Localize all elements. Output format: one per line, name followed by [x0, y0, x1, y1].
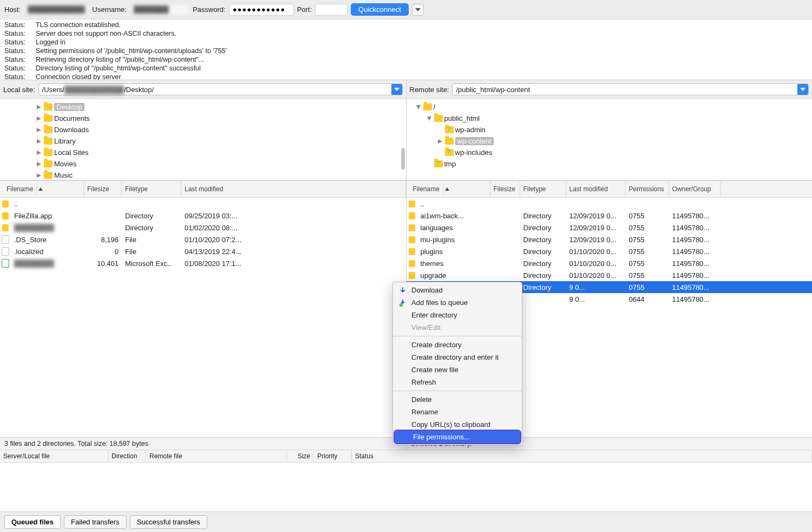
svg-marker-3 [37, 128, 41, 132]
log-message: Setting permissions of '/public_html/wp-… [36, 47, 227, 55]
svg-marker-10 [427, 116, 431, 121]
tree-item[interactable]: Library [3, 135, 403, 147]
file-row[interactable]: upgradeDirectory01/10/2020 0...075511495… [407, 269, 813, 281]
folder-icon [44, 103, 53, 111]
tree-item[interactable]: Documents [3, 113, 403, 124]
menu-item[interactable]: Create directory and enter it [393, 351, 522, 364]
disclosure-triangle-icon[interactable] [415, 104, 422, 111]
tree-label: wp-includes [455, 148, 493, 157]
menu-label: Create directory [411, 341, 461, 349]
tree-item[interactable]: Downloads [3, 124, 403, 135]
folder-icon [409, 272, 415, 279]
file-row[interactable]: languagesDirectory12/09/2019 0...0755114… [407, 222, 813, 233]
tree-item[interactable]: wp-admin [410, 124, 809, 135]
file-row[interactable]: mu-pluginsDirectory12/09/2019 0...075511… [407, 233, 813, 245]
file-icon [2, 259, 9, 268]
tree-label: wp-admin [455, 126, 486, 134]
menu-item[interactable]: Add files to queue [393, 296, 522, 309]
queue-column-header[interactable]: Server/Local file Direction Remote file … [0, 450, 812, 463]
disclosure-triangle-icon[interactable] [36, 150, 42, 156]
folder-icon [434, 115, 443, 122]
tree-label: public_html [444, 114, 480, 122]
local-status: 3 files and 2 directories. Total size: 1… [0, 437, 406, 450]
file-row[interactable]: .. [0, 198, 406, 210]
remote-column-header[interactable]: Filename Filesize Filetype Last modified… [407, 180, 813, 198]
tree-item[interactable]: / [410, 101, 809, 113]
log-key: Status: [4, 47, 36, 55]
tree-item[interactable]: Local Sites [3, 147, 403, 158]
log-key: Status: [4, 29, 36, 38]
file-row[interactable]: themesDirectory01/10/2020 0...0755114957… [407, 257, 813, 269]
username-label: Username: [92, 5, 127, 14]
quickconnect-dropdown[interactable] [412, 4, 424, 16]
unknown-folder-icon [445, 126, 454, 133]
app-window: Host: Username: Password: Port: Quickcon… [0, 0, 812, 532]
disclosure-triangle-icon[interactable] [36, 172, 42, 179]
local-column-header[interactable]: Filename Filesize Filetype Last modified [0, 180, 406, 198]
username-input[interactable] [130, 4, 189, 16]
menu-item[interactable]: File permissions... [395, 431, 520, 443]
file-row[interactable]: pluginsDirectory01/10/2020 0...075511495… [407, 245, 813, 257]
scrollbar-thumb[interactable] [401, 148, 405, 170]
tree-item[interactable]: tmp [410, 158, 809, 170]
chevron-down-icon[interactable] [797, 84, 808, 95]
log-key: Status: [4, 38, 36, 47]
unknown-folder-icon [434, 160, 443, 167]
tree-item[interactable]: wp-content [410, 135, 809, 147]
disclosure-triangle-icon[interactable] [36, 138, 42, 145]
status-log: Status:TLS connection established.Status… [0, 20, 812, 80]
folder-icon [445, 138, 454, 145]
tree-item[interactable]: Movies [3, 158, 403, 170]
remote-site-label: Remote site: [410, 86, 449, 94]
tree-label: Movies [54, 160, 76, 168]
menu-item[interactable]: Create directory [393, 339, 522, 351]
log-message: Connection closed by server [36, 73, 121, 80]
menu-item[interactable]: Download [393, 284, 522, 296]
menu-item[interactable]: Rename [393, 406, 522, 418]
menu-item[interactable]: Refresh [393, 376, 522, 388]
file-row[interactable]: ai1wm-back...Directory12/09/2019 0...075… [407, 210, 813, 222]
svg-marker-6 [37, 162, 41, 166]
tab-successful-transfers[interactable]: Successful transfers [130, 515, 207, 529]
host-label: Host: [4, 5, 21, 14]
sort-asc-icon [38, 187, 43, 191]
tree-item[interactable]: public_html [410, 113, 809, 124]
file-row[interactable]: ████████Directory01/02/2020 08:... [0, 222, 406, 233]
port-input[interactable] [315, 4, 348, 16]
tree-label: Documents [54, 114, 90, 122]
disclosure-triangle-icon[interactable] [36, 127, 42, 133]
file-row[interactable]: .localized0File04/13/2019 22:4... [0, 245, 406, 257]
disclosure-triangle-icon[interactable] [426, 115, 433, 122]
menu-label: Create new file [411, 366, 459, 374]
file-row[interactable]: .DS_Store8,196File01/10/2020 07:2... [0, 233, 406, 245]
log-message: Server does not support non-ASCII charac… [36, 29, 176, 38]
menu-item[interactable]: Delete [393, 393, 522, 406]
tree-item[interactable]: wp-includes [410, 147, 809, 158]
tab-queued-files[interactable]: Queued files [4, 515, 61, 529]
tree-item[interactable]: Desktop [3, 101, 403, 113]
menu-item[interactable]: Copy URL(s) to clipboard [393, 418, 522, 431]
chevron-down-icon[interactable] [391, 84, 402, 95]
file-row[interactable]: .. [407, 198, 813, 210]
local-path-combo[interactable]: /Users/████████████/Desktop/ [38, 83, 403, 95]
disclosure-triangle-icon[interactable] [36, 115, 42, 122]
local-directory-tree[interactable]: DesktopDocumentsDownloadsLibraryLocal Si… [0, 99, 406, 180]
file-row[interactable]: FileZilla.appDirectory09/25/2019 03:... [0, 210, 406, 222]
tree-label: Library [54, 137, 76, 145]
remote-path-combo[interactable]: /public_html/wp-content [452, 83, 809, 95]
menu-item[interactable]: Enter directory [393, 309, 522, 321]
remote-directory-tree[interactable]: /public_htmlwp-adminwp-contentwp-include… [407, 99, 813, 180]
disclosure-triangle-icon[interactable] [437, 138, 443, 145]
tree-item[interactable]: Music [3, 170, 403, 180]
file-row[interactable]: ████████10,401Microsoft Exc..01/08/2020 … [0, 257, 406, 269]
disclosure-triangle-icon[interactable] [36, 161, 42, 167]
menu-item[interactable]: Create new file [393, 364, 522, 376]
host-input[interactable] [24, 4, 89, 16]
disclosure-triangle-icon[interactable] [36, 104, 42, 111]
local-file-list[interactable]: ..FileZilla.appDirectory09/25/2019 03:..… [0, 198, 406, 437]
tab-failed-transfers[interactable]: Failed transfers [64, 515, 127, 529]
context-menu: DownloadAdd files to queueEnter director… [392, 282, 522, 445]
password-input[interactable] [229, 4, 294, 16]
quickconnect-button[interactable]: Quickconnect [351, 3, 409, 16]
svg-marker-8 [800, 88, 806, 91]
